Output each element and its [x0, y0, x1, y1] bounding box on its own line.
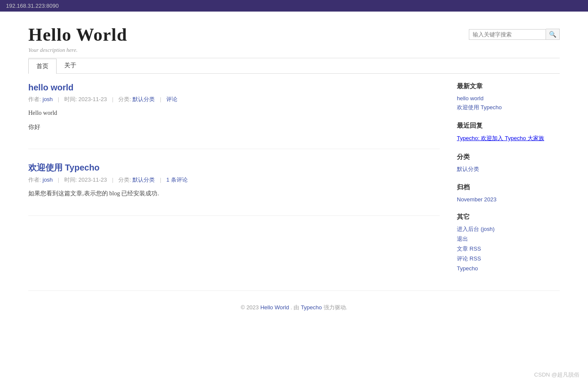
list-item: November 2023 [457, 196, 560, 203]
nav-link-home[interactable]: 首页 [28, 59, 57, 74]
sidebar-recent-comment-1: Typecho: 欢迎加入 Typecho 大家族 [457, 134, 560, 143]
sidebar-archives: 归档 November 2023 [457, 183, 560, 203]
list-item: hello world [457, 95, 560, 102]
search-button[interactable]: 🔍 [546, 29, 560, 40]
post-2-category[interactable]: 默认分类 [132, 177, 155, 183]
nav-link-about[interactable]: 关于 [57, 58, 84, 73]
sidebar-archives-list: November 2023 [457, 196, 560, 203]
sidebar: 最新文章 hello world 欢迎使用 Typecho 最近回复 Typec… [457, 82, 560, 282]
post-1-comment[interactable]: 评论 [166, 96, 177, 102]
content-area: hello world 作者: josh | 时间: 2023-11-23 | … [28, 82, 560, 282]
sidebar-recent-post-1[interactable]: hello world [457, 95, 483, 102]
sidebar-recent-comments-title: 最近回复 [457, 122, 560, 130]
footer-copyright: © 2023 [241, 304, 259, 311]
post-1-time: 2023-11-23 [78, 96, 107, 102]
sidebar-archive-1[interactable]: November 2023 [457, 196, 497, 203]
post-1-meta: 作者: josh | 时间: 2023-11-23 | 分类: 默认分类 | 评… [28, 96, 440, 103]
post-2: 欢迎使用 Typecho 作者: josh | 时间: 2023-11-23 |… [28, 162, 440, 215]
post-2-comment[interactable]: 1 条评论 [166, 177, 188, 183]
sidebar-categories-title: 分类 [457, 153, 560, 161]
post-1-content: Hello world 你好 [28, 108, 440, 132]
post-1-author-label: 作者: [28, 96, 41, 102]
sidebar-archives-title: 归档 [457, 183, 560, 192]
nav-item-about[interactable]: 关于 [57, 58, 84, 73]
sidebar-recent-comments: 最近回复 Typecho: 欢迎加入 Typecho 大家族 [457, 122, 560, 143]
post-1-category-label: 分类: [118, 96, 131, 102]
nav-item-home[interactable]: 首页 [28, 58, 57, 73]
post-2-meta: 作者: josh | 时间: 2023-11-23 | 分类: 默认分类 | 1… [28, 176, 440, 184]
sidebar-recent-posts-title: 最新文章 [457, 82, 560, 90]
post-1-line-1: Hello world [28, 108, 440, 118]
sidebar-recent-posts-list: hello world 欢迎使用 Typecho [457, 95, 560, 111]
post-2-time-label: 时间: [64, 177, 77, 183]
sidebar-category-1[interactable]: 默认分类 [457, 166, 479, 172]
sidebar-categories: 分类 默认分类 [457, 153, 560, 173]
header-left: Hello World Your description here. [28, 24, 127, 54]
post-1-title-link[interactable]: hello world [28, 83, 74, 92]
header: Hello World Your description here. 🔍 [28, 12, 560, 58]
sidebar-other-rss-comments[interactable]: 评论 RSS [457, 255, 481, 262]
sidebar-other-admin[interactable]: 进入后台 (josh) [457, 226, 495, 232]
footer-end: 强力驱动. [324, 304, 348, 311]
post-2-line-1: 如果您看到这篇文章,表示您的 blog 已经安装成功. [28, 188, 440, 199]
list-item: 评论 RSS [457, 255, 560, 263]
search-area: 🔍 [469, 29, 560, 40]
list-item: Typecho [457, 265, 560, 272]
post-1: hello world 作者: josh | 时间: 2023-11-23 | … [28, 82, 440, 149]
list-item: 文章 RSS [457, 245, 560, 253]
sidebar-categories-list: 默认分类 [457, 165, 560, 173]
topbar: 192.168.31.223:8090 [0, 0, 588, 12]
post-2-content: 如果您看到这篇文章,表示您的 blog 已经安装成功. [28, 188, 440, 199]
post-2-author-label: 作者: [28, 177, 41, 183]
topbar-address: 192.168.31.223:8090 [6, 3, 59, 9]
sidebar-other: 其它 进入后台 (josh) 退出 文章 RSS 评论 RSS [457, 213, 560, 272]
post-2-author[interactable]: josh [42, 177, 53, 183]
post-1-time-label: 时间: [64, 96, 77, 102]
main: hello world 作者: josh | 时间: 2023-11-23 | … [28, 82, 440, 282]
post-1-title: hello world [28, 82, 440, 93]
sidebar-other-list: 进入后台 (josh) 退出 文章 RSS 评论 RSS Typecho [457, 225, 560, 272]
post-2-time: 2023-11-23 [78, 177, 107, 183]
post-1-author[interactable]: josh [42, 96, 53, 102]
post-1-line-2: 你好 [28, 122, 440, 132]
sidebar-other-typecho[interactable]: Typecho [457, 265, 478, 272]
footer-mid: . 由 [291, 304, 299, 311]
sidebar-recent-posts: 最新文章 hello world 欢迎使用 Typecho [457, 82, 560, 111]
post-2-title: 欢迎使用 Typecho [28, 162, 440, 174]
sidebar-other-logout[interactable]: 退出 [457, 236, 468, 242]
site-title: Hello World [28, 24, 127, 45]
list-item: 进入后台 (josh) [457, 225, 560, 233]
nav: 首页 关于 [28, 58, 560, 74]
footer: © 2023 Hello World . 由 Typecho 强力驱动. [28, 290, 560, 320]
search-input[interactable] [469, 29, 546, 40]
sidebar-recent-comment-link-1[interactable]: Typecho: 欢迎加入 Typecho 大家族 [457, 135, 544, 141]
list-item: 默认分类 [457, 165, 560, 173]
sidebar-recent-post-2[interactable]: 欢迎使用 Typecho [457, 104, 502, 111]
footer-site-name[interactable]: Hello World [260, 304, 289, 311]
footer-powered-by[interactable]: Typecho [301, 304, 322, 311]
sidebar-other-title: 其它 [457, 213, 560, 221]
list-item: 退出 [457, 235, 560, 243]
list-item: 欢迎使用 Typecho [457, 104, 560, 111]
site-desc: Your description here. [28, 47, 127, 54]
sidebar-other-rss-posts[interactable]: 文章 RSS [457, 245, 481, 252]
post-2-category-label: 分类: [118, 177, 131, 183]
post-2-title-link[interactable]: 欢迎使用 Typecho [28, 163, 99, 172]
post-1-category[interactable]: 默认分类 [132, 96, 155, 102]
